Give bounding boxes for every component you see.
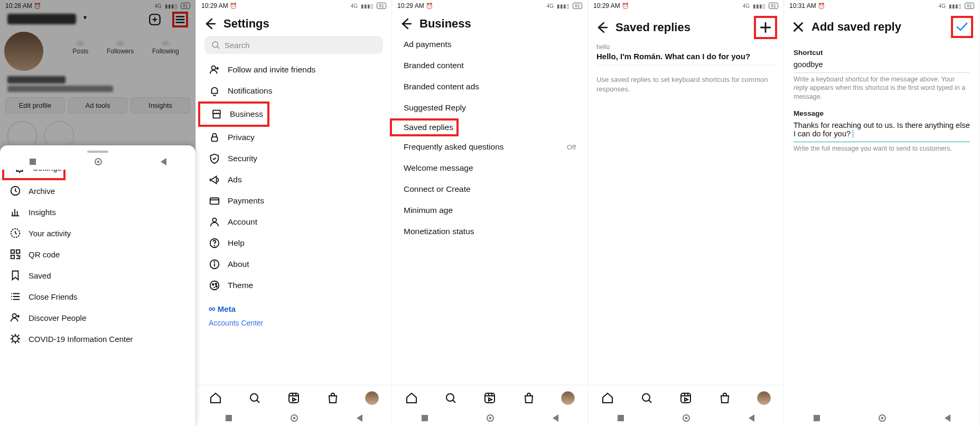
back-button[interactable] (945, 414, 950, 422)
list-icon (10, 291, 21, 302)
recent-apps-button[interactable] (226, 415, 232, 421)
back-button[interactable] (749, 414, 754, 422)
business-welcome[interactable]: Welcome message (392, 158, 587, 179)
settings-help[interactable]: Help (198, 233, 389, 254)
nav-search[interactable] (248, 391, 262, 405)
battery-icon: 81 (965, 3, 974, 9)
menu-label: COVID-19 Information Center (29, 335, 133, 344)
home-button[interactable] (683, 414, 690, 422)
status-time: 10:31 AM (789, 2, 816, 10)
business-branded-ads[interactable]: Branded content ads (392, 76, 587, 97)
nav-shop[interactable] (718, 391, 732, 405)
business-branded-content[interactable]: Branded content (392, 55, 587, 76)
page-title: Add saved reply (811, 20, 901, 34)
nav-profile[interactable] (365, 391, 379, 405)
menu-label: QR code (29, 250, 60, 259)
nav-search[interactable] (640, 391, 654, 405)
home-button[interactable] (95, 158, 102, 165)
back-button[interactable] (357, 414, 362, 422)
accounts-center-link[interactable]: Accounts Center (209, 319, 379, 327)
back-button[interactable] (161, 158, 166, 165)
battery-icon: 81 (769, 3, 778, 9)
nav-shop[interactable] (326, 391, 340, 405)
business-suggested-reply[interactable]: Suggested Reply (392, 97, 587, 118)
menu-insights[interactable]: Insights (0, 201, 195, 223)
settings-label: Security (228, 154, 257, 163)
recent-apps-button[interactable] (814, 415, 820, 421)
signal-icon: ▮▮▮▯ (753, 3, 766, 9)
business-saved-replies[interactable]: Saved replies (390, 118, 459, 136)
settings-payments[interactable]: Payments (198, 190, 389, 211)
add-reply-button[interactable] (754, 16, 777, 39)
settings-account[interactable]: Account (198, 211, 389, 233)
menu-qr[interactable]: QR code (0, 244, 195, 265)
nav-profile[interactable] (561, 391, 575, 405)
shortcut-caption: Write a keyboard shortcut for the messag… (794, 75, 970, 101)
nav-reels[interactable] (483, 391, 497, 405)
back-button[interactable] (553, 414, 558, 422)
menu-close-friends[interactable]: Close Friends (0, 286, 195, 307)
saved-replies-hint: Use saved replies to set keyboard shortc… (588, 71, 783, 94)
settings-ads[interactable]: Ads (198, 169, 389, 190)
item-label: Saved replies (404, 123, 453, 132)
business-minage[interactable]: Minimum age (392, 200, 587, 221)
back-button[interactable] (398, 16, 414, 32)
back-button[interactable] (202, 16, 218, 32)
recent-apps-button[interactable] (30, 159, 36, 165)
nav-home[interactable] (209, 391, 222, 405)
home-button[interactable] (879, 414, 886, 422)
nav-reels[interactable] (287, 391, 301, 405)
bookmark-icon (10, 270, 21, 281)
screen-profile: 10:28 AM⏰ 4G▮▮▮▯81 ▾ --Posts --Followers… (0, 0, 196, 426)
screen-business: 10:29 AM⏰ 4G▮▮▮▯81 Business Ad payments … (392, 0, 588, 426)
settings-search[interactable]: Search (204, 36, 383, 54)
business-faq[interactable]: Frequently asked questionsOff (392, 136, 587, 158)
recent-apps-button[interactable] (618, 415, 624, 421)
nav-search[interactable] (444, 391, 458, 405)
android-system-nav (588, 410, 783, 426)
back-button[interactable] (594, 20, 610, 35)
shortcut-input[interactable] (794, 57, 970, 73)
home-button[interactable] (487, 414, 494, 422)
menu-label: Insights (29, 208, 56, 217)
settings-notifications[interactable]: Notifications (198, 80, 389, 101)
message-input[interactable]: Thanks for reaching out to us. Is there … (794, 117, 970, 142)
close-button[interactable] (790, 19, 806, 35)
settings-follow-invite[interactable]: Follow and invite friends (198, 59, 389, 80)
business-connect[interactable]: Connect or Create (392, 179, 587, 200)
menu-saved[interactable]: Saved (0, 265, 195, 286)
clock-icon (10, 185, 21, 197)
bottom-nav (392, 385, 587, 410)
nav-home[interactable] (601, 391, 614, 405)
confirm-button[interactable] (951, 16, 973, 38)
add-reply-header: Add saved reply (784, 12, 979, 40)
saved-reply-row[interactable]: hello Hello, I'm Román. What can I do fo… (588, 41, 783, 71)
page-title: Saved replies (615, 21, 690, 34)
business-ad-payments[interactable]: Ad payments (392, 34, 587, 55)
settings-about[interactable]: About (198, 254, 389, 275)
page-title: Business (419, 17, 471, 31)
business-monetization[interactable]: Monetization status (392, 221, 587, 242)
home-button[interactable] (291, 414, 298, 422)
sheet-drag-handle[interactable] (87, 151, 108, 153)
menu-archive[interactable]: Archive (0, 180, 195, 201)
nav-reels[interactable] (679, 391, 693, 405)
settings-theme[interactable]: Theme (198, 275, 389, 296)
menu-discover[interactable]: Discover People (0, 307, 195, 328)
nav-shop[interactable] (522, 391, 536, 405)
status-bar: 10:31 AM⏰ 4G▮▮▮▯81 (784, 0, 979, 12)
profile-menu-sheet: Settings Archive Insights Your activity … (0, 145, 195, 426)
status-bar: 10:29 AM⏰ 4G▮▮▮▯81 (196, 0, 391, 12)
settings-security[interactable]: Security (198, 148, 389, 169)
item-label: Branded content (404, 61, 464, 70)
screen-saved-replies: 10:29 AM⏰ 4G▮▮▮▯81 Saved replies hello H… (588, 0, 784, 426)
reply-message-text: Hello, I'm Román. What can I do for you? (596, 51, 775, 66)
page-title: Settings (223, 17, 269, 31)
nav-profile[interactable] (757, 391, 771, 405)
recent-apps-button[interactable] (422, 415, 428, 421)
settings-business[interactable]: Business (198, 101, 269, 127)
settings-privacy[interactable]: Privacy (198, 127, 389, 148)
menu-covid[interactable]: COVID-19 Information Center (0, 328, 195, 349)
menu-activity[interactable]: Your activity (0, 223, 195, 244)
nav-home[interactable] (405, 391, 418, 405)
